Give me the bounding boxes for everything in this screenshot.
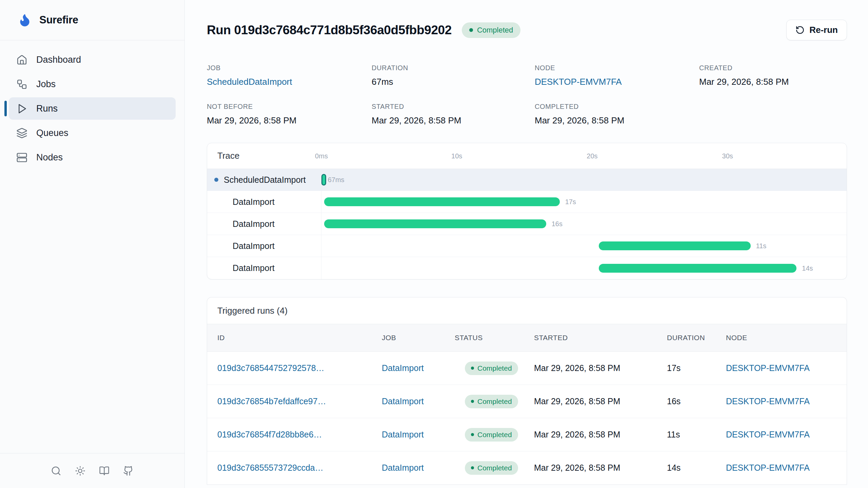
meta-value: Mar 29, 2026, 8:58 PM xyxy=(207,115,372,126)
run-dot-icon xyxy=(214,178,218,182)
status-badge: Completed xyxy=(465,395,518,408)
meta-label: CREATED xyxy=(699,64,847,72)
started-value: Mar 29, 2026, 8:58 PM xyxy=(534,463,667,473)
job-link[interactable]: DataImport xyxy=(382,463,455,473)
sidebar-nav: Dashboard Jobs Runs Queues Nodes xyxy=(0,40,184,169)
meta-label: NODE xyxy=(535,64,699,72)
node-link[interactable]: DESKTOP-EMVM7FA xyxy=(726,396,836,406)
column-header-started: STARTED xyxy=(534,334,667,342)
trace-bar xyxy=(324,219,546,228)
status-dot-icon xyxy=(471,400,474,403)
trace-axis: 0ms 10s 20s 30s xyxy=(321,143,847,169)
search-icon[interactable] xyxy=(51,466,61,476)
trace-title: Trace xyxy=(207,143,321,169)
column-header-status: STATUS xyxy=(455,334,534,342)
trace-panel: Trace 0ms 10s 20s 30s ScheduledDataImpor… xyxy=(207,143,847,279)
layers-icon xyxy=(16,128,27,139)
job-link[interactable]: DataImport xyxy=(382,430,455,440)
run-meta-row-2: NOT BEFORE Mar 29, 2026, 8:58 PM STARTED… xyxy=(207,103,847,126)
triggered-runs-table-header: ID JOB STATUS STARTED DURATION NODE xyxy=(207,324,847,352)
page-title: Run 019d3c7684c771d8b5f36a0d5fbb9202 xyxy=(207,23,452,37)
node-link[interactable]: DESKTOP-EMVM7FA xyxy=(726,463,836,473)
status-dot-icon xyxy=(471,367,474,370)
rerun-button[interactable]: Re-run xyxy=(786,20,847,40)
sidebar-item-queues[interactable]: Queues xyxy=(9,122,176,144)
rotate-ccw-icon xyxy=(795,25,805,35)
trace-row-chart: 67ms xyxy=(321,169,847,191)
status-badge: Completed xyxy=(465,362,518,375)
server-icon xyxy=(16,152,27,163)
axis-tick: 0ms xyxy=(315,152,328,160)
run-meta-row-1: JOB ScheduledDataImport DURATION 67ms NO… xyxy=(207,64,847,87)
book-open-icon[interactable] xyxy=(99,466,110,476)
status-dot-icon xyxy=(471,433,474,436)
column-header-duration: DURATION xyxy=(667,334,726,342)
run-id-link[interactable]: 019d3c76854f7d28bb8e6… xyxy=(217,430,322,439)
triggered-runs-title: Triggered runs (4) xyxy=(207,297,847,324)
sidebar-item-label: Nodes xyxy=(36,152,63,163)
meta-label: COMPLETED xyxy=(535,103,699,111)
sidebar-item-dashboard[interactable]: Dashboard xyxy=(9,48,176,71)
status-dot-icon xyxy=(471,466,474,469)
trace-row[interactable]: DataImport 14s xyxy=(207,257,847,279)
github-icon[interactable] xyxy=(123,466,134,476)
trace-header: Trace 0ms 10s 20s 30s xyxy=(207,143,847,169)
table-row: 019d3c76854f7d28bb8e6… DataImport Comple… xyxy=(207,418,847,451)
status-badge: Completed xyxy=(465,461,518,475)
sidebar-item-nodes[interactable]: Nodes xyxy=(9,146,176,169)
meta-value: Mar 29, 2026, 8:58 PM xyxy=(372,115,535,126)
app-logo[interactable]: Surefire xyxy=(0,0,184,40)
job-link[interactable]: ScheduledDataImport xyxy=(207,77,292,87)
trace-bar-duration: 17s xyxy=(565,198,576,206)
node-link[interactable]: DESKTOP-EMVM7FA xyxy=(726,363,836,373)
trace-row-label: DataImport xyxy=(207,191,321,213)
node-link[interactable]: DESKTOP-EMVM7FA xyxy=(535,77,622,87)
trace-row[interactable]: DataImport 16s xyxy=(207,213,847,235)
trace-bar-duration: 67ms xyxy=(328,176,344,184)
duration-value: 11s xyxy=(667,430,726,440)
app-name: Surefire xyxy=(39,14,78,26)
trace-row[interactable]: DataImport 17s xyxy=(207,191,847,213)
trace-bar-duration: 11s xyxy=(756,242,767,250)
column-header-node: NODE xyxy=(726,334,836,342)
column-header-id: ID xyxy=(217,334,382,342)
trace-row-label: DataImport xyxy=(207,235,321,257)
duration-value: 14s xyxy=(667,463,726,473)
sidebar-item-label: Dashboard xyxy=(36,55,81,65)
node-link[interactable]: DESKTOP-EMVM7FA xyxy=(726,430,836,440)
status-badge: Completed xyxy=(462,22,520,38)
trace-row-label: DataImport xyxy=(207,257,321,279)
play-icon xyxy=(16,103,27,114)
duration-value: 17s xyxy=(667,363,726,373)
meta-value: Mar 29, 2026, 8:58 PM xyxy=(535,115,699,126)
status-badge-label: Completed xyxy=(477,26,513,35)
sidebar-item-jobs[interactable]: Jobs xyxy=(9,73,176,95)
trace-row-label: ScheduledDataImport xyxy=(207,169,321,191)
job-link[interactable]: DataImport xyxy=(382,396,455,406)
run-id-link[interactable]: 019d3c76854b7efdaffce97… xyxy=(217,396,326,406)
trace-bar xyxy=(321,174,326,186)
sidebar: Surefire Dashboard Jobs Runs Queues xyxy=(0,0,185,488)
sidebar-item-runs[interactable]: Runs xyxy=(9,97,176,120)
trace-row-chart: 17s xyxy=(321,191,847,213)
job-link[interactable]: DataImport xyxy=(382,363,455,373)
table-row: 019d3c76854b7efdaffce97… DataImport Comp… xyxy=(207,385,847,418)
trace-bar xyxy=(599,264,796,273)
trace-row-chart: 14s xyxy=(321,257,847,279)
trace-row[interactable]: ScheduledDataImport 67ms xyxy=(207,169,847,191)
axis-tick: 10s xyxy=(451,152,462,160)
meta-label: JOB xyxy=(207,64,372,72)
sidebar-item-label: Queues xyxy=(36,128,68,138)
started-value: Mar 29, 2026, 8:58 PM xyxy=(534,363,667,373)
run-id-link[interactable]: 019d3c768544752792578… xyxy=(217,363,324,373)
flame-logo-icon xyxy=(18,13,32,27)
trace-row-chart: 16s xyxy=(321,213,847,235)
run-id-link[interactable]: 019d3c76855573729ccda… xyxy=(217,463,323,472)
sidebar-item-label: Jobs xyxy=(36,79,56,90)
home-icon xyxy=(16,54,27,65)
sun-icon[interactable] xyxy=(75,466,85,476)
trace-bar-duration: 14s xyxy=(802,264,813,272)
axis-tick: 30s xyxy=(722,152,733,160)
trace-row[interactable]: DataImport 11s xyxy=(207,235,847,257)
status-badge: Completed xyxy=(465,428,518,442)
